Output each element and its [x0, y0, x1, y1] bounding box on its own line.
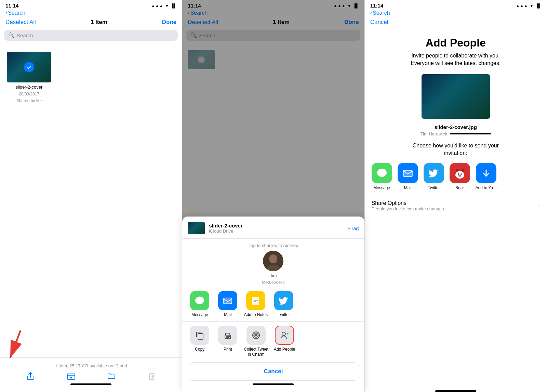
inv-app-addto[interactable]: Add to Yo… [476, 163, 497, 190]
nav-title-1: 1 Item [91, 19, 107, 26]
svg-rect-34 [403, 170, 412, 177]
share-options-chevron: › [538, 202, 540, 209]
back-btn-1[interactable]: ‹ Search [5, 10, 25, 16]
collect-icon [246, 326, 266, 345]
svg-rect-18 [198, 334, 203, 339]
message-icon [190, 291, 209, 310]
share-thumb [188, 222, 205, 234]
screen2: 11:14 ▲▲▲ ▼ ▐▌ ‹ Search Deselect All 1 I… [182, 0, 364, 392]
add-people-title: Add People [365, 28, 547, 52]
share-options-title: Share Options [372, 200, 445, 206]
red-arrow [0, 327, 41, 368]
inv-app-message[interactable]: Message [372, 163, 392, 190]
back-btn-3[interactable]: ‹ Search [370, 10, 390, 16]
chevron-left-icon-3: ‹ [370, 10, 372, 16]
file-preview-name-3: slider-2-cover.jpg [365, 124, 547, 130]
svg-rect-14 [252, 297, 259, 305]
airdrop-name-tim: Tim [270, 273, 277, 278]
chevron-left-icon-1: ‹ [5, 10, 7, 16]
owner-bar [450, 133, 491, 134]
search-placeholder-1: Search [17, 32, 33, 38]
svg-point-29 [282, 332, 285, 336]
share-apps-row: Message Mail Add to Notes Twitter [182, 288, 364, 320]
share-app-mail[interactable]: Mail [216, 291, 240, 317]
add-people-subtitle: Invite people to collaborate with you.Ev… [365, 52, 547, 74]
action-copy[interactable]: Copy [188, 326, 212, 357]
inv-twitter-label: Twitter [428, 185, 440, 190]
add-people-label: Add People [274, 347, 295, 352]
status-bar-1: 11:14 ▲▲▲ ▼ ▐▌ [0, 0, 182, 10]
cancel-btn[interactable]: Cancel [370, 19, 388, 26]
inv-app-bear[interactable]: Bear [450, 163, 470, 190]
home-indicator-3 [435, 390, 476, 392]
svg-point-40 [461, 173, 462, 175]
done-btn-1[interactable]: Done [162, 19, 177, 26]
file-date-1: 20/03/2017 [19, 92, 39, 96]
mail-label: Mail [224, 312, 231, 317]
battery-icon-1: ▐▌ [171, 3, 176, 8]
svg-point-38 [455, 171, 464, 179]
share-divider [182, 321, 364, 322]
mail-icon [218, 291, 237, 310]
inv-twitter-icon [424, 163, 444, 183]
copy-label: Copy [195, 347, 204, 352]
collect-label: Collect Tweetin Charm [244, 347, 268, 357]
status-bar-3: 11:14 ▲▲▲ ▼ ▐▌ [365, 0, 547, 10]
share-cancel-btn[interactable]: Cancel [188, 362, 359, 381]
share-file-details: slider-2-cover iCloud Drive [209, 223, 242, 234]
airdrop-devices: Tim MacBook Pro [182, 251, 364, 288]
file-thumbnail-1 [7, 52, 51, 82]
airdrop-person-tim[interactable]: Tim MacBook Pro [262, 251, 284, 284]
deselect-all-btn[interactable]: Deselect All [5, 19, 36, 26]
home-indicator-1 [70, 383, 111, 385]
signal-icon-3: ▲▲▲ [516, 3, 528, 8]
airdrop-avatar-tim [263, 251, 283, 271]
share-app-twitter[interactable]: Twitter [272, 291, 296, 317]
action-add-people[interactable]: Add People [272, 326, 296, 357]
file-name-1: slider-2-cover [16, 84, 43, 90]
share-file-service: iCloud Drive [209, 228, 242, 234]
twitter-icon-app [274, 291, 293, 310]
notes-label: Add to Notes [244, 312, 268, 317]
inv-bear-label: Bear [455, 185, 464, 190]
file-grid-1: slider-2-cover 20/03/2017 Shared by Me [0, 45, 182, 357]
add-people-icon [275, 326, 294, 345]
twitter-label: Twitter [278, 312, 290, 317]
print-icon [218, 326, 237, 345]
inv-app-twitter[interactable]: Twitter [424, 163, 444, 190]
share-app-notes[interactable]: Add to Notes [244, 291, 268, 317]
airdrop-device-tim: MacBook Pro [262, 280, 284, 284]
add-folder-btn[interactable] [67, 372, 76, 381]
share-btn[interactable] [26, 372, 35, 381]
add-people-content: Add People Invite people to collaborate … [365, 28, 547, 388]
action-collect[interactable]: Collect Tweetin Charm [244, 326, 268, 357]
inv-app-mail[interactable]: Mail [398, 163, 418, 190]
action-print[interactable]: Print [216, 326, 240, 357]
search-bar-1[interactable]: 🔍 Search [4, 30, 178, 41]
share-options-row[interactable]: Share Options People you invite can make… [365, 196, 547, 215]
svg-point-24 [255, 335, 257, 336]
share-file-name: slider-2-cover [209, 223, 242, 228]
trash-btn[interactable] [148, 372, 156, 381]
inv-mail-icon [398, 163, 418, 183]
home-indicator-2 [253, 383, 294, 385]
wifi-icon-3: ▼ [530, 3, 534, 8]
svg-rect-12 [224, 298, 232, 304]
svg-point-39 [458, 173, 459, 175]
back-label-3: Search [373, 10, 390, 16]
share-tag-btn[interactable]: +Tag [348, 225, 359, 231]
search-icon-1: 🔍 [8, 32, 15, 38]
file-item-1[interactable]: slider-2-cover 20/03/2017 Shared by Me [7, 52, 51, 103]
inv-bear-icon [450, 163, 470, 183]
share-app-message[interactable]: Message [188, 291, 212, 317]
message-label: Message [191, 312, 208, 317]
file-preview-3 [422, 74, 490, 119]
invitation-apps-row: Message Mail Twitter [365, 163, 547, 196]
share-options-sub: People you invite can make changes. [372, 206, 445, 211]
inv-mail-label: Mail [404, 185, 412, 190]
inv-message-icon [372, 163, 392, 183]
svg-line-1 [10, 330, 21, 358]
move-folder-btn[interactable] [107, 372, 116, 381]
screen3: 11:14 ▲▲▲ ▼ ▐▌ ‹ Search Cancel Add Peopl… [365, 0, 547, 392]
status-icons-1: ▲▲▲ ▼ ▐▌ [151, 3, 177, 8]
